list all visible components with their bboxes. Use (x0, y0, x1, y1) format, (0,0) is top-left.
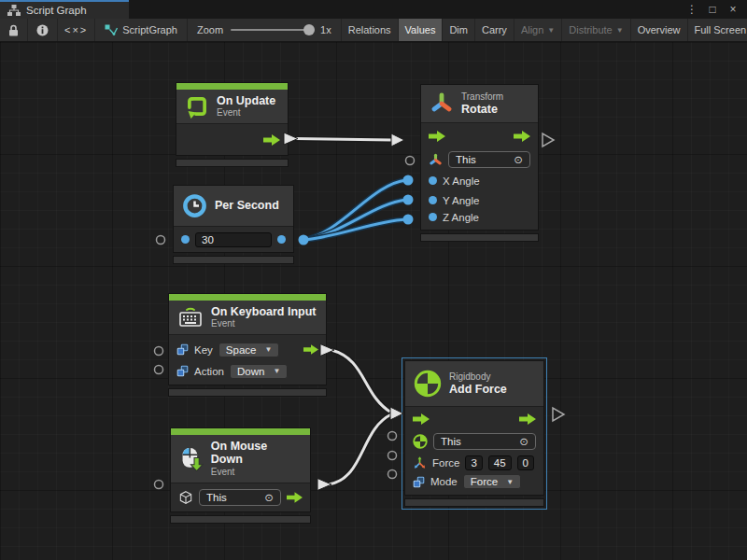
wire-endpoint[interactable] (403, 215, 414, 225)
on-update-loop-icon (185, 94, 209, 119)
node-footer (176, 159, 289, 167)
value-input-port[interactable] (181, 235, 190, 244)
mode-dropdown[interactable]: Force▼ (463, 474, 521, 489)
node-transform-rotate[interactable]: Transform Rotate This (420, 84, 539, 242)
unconnected-port[interactable] (388, 452, 397, 460)
node-on-update[interactable]: On Update Event (176, 82, 289, 167)
node-category: Rigidbody (449, 371, 507, 383)
enum-icon (176, 343, 189, 356)
wire-mouse-to-add-force[interactable] (317, 407, 403, 491)
dim-button[interactable]: Dim (443, 19, 475, 41)
force-z-field[interactable]: 0 (517, 455, 534, 470)
force-x-field[interactable]: 3 (465, 455, 482, 470)
target-object-field[interactable]: This ⊙ (448, 151, 530, 168)
target-picker-icon[interactable]: ⊙ (519, 435, 529, 448)
value-output-port[interactable] (277, 235, 286, 244)
action-dropdown[interactable]: Down▼ (230, 364, 288, 379)
zoom-slider[interactable] (231, 29, 313, 31)
node-title: Add Force (449, 383, 507, 396)
node-on-keyboard-input[interactable]: On Keyboard Input Event Key Space▼ (168, 293, 327, 397)
distribute-dropdown[interactable]: Distribute▼ (562, 19, 630, 41)
wire-endpoint[interactable] (299, 235, 309, 245)
node-subtitle: Event (217, 107, 275, 119)
node-title: On Mouse Down (211, 440, 302, 467)
lock-icon (8, 24, 19, 36)
value-input-port[interactable] (429, 213, 437, 221)
overview-button[interactable]: Overview (631, 19, 688, 41)
key-dropdown[interactable]: Space▼ (218, 343, 280, 357)
graph-name-chip[interactable]: ScriptGraph (95, 19, 188, 41)
force-y-field[interactable]: 45 (488, 455, 512, 470)
rigidbody-icon (413, 434, 428, 449)
key-label: Key (194, 344, 213, 356)
unconnected-flow-port[interactable] (553, 408, 564, 421)
keyboard-icon (177, 305, 204, 329)
zoom-slider-knob[interactable] (303, 24, 315, 35)
wire-endpoint[interactable] (403, 175, 414, 186)
node-footer (404, 498, 544, 507)
target-object-field[interactable]: This ⊙ (433, 433, 536, 450)
node-title: On Keyboard Input (211, 305, 317, 318)
enum-icon (413, 476, 425, 488)
zoom-control: Zoom 1x (188, 19, 342, 41)
tab-script-graph[interactable]: Script Graph (0, 0, 129, 19)
node-category: Transform (461, 91, 503, 103)
action-label: Action (194, 366, 224, 377)
wire-keyboard-to-add-force[interactable] (320, 344, 391, 413)
wire-per-second-to-z-angle[interactable] (303, 219, 406, 240)
flow-output-port[interactable] (303, 344, 318, 355)
per-second-value-field[interactable]: 30 (195, 232, 272, 247)
values-button[interactable]: Values (399, 19, 444, 41)
target-picker-icon[interactable]: ⊙ (264, 491, 274, 504)
port-label: Y Angle (443, 195, 479, 206)
gameobject-cube-icon (178, 490, 193, 505)
close-icon[interactable]: × (725, 2, 741, 17)
wire-per-second-to-x-angle[interactable] (303, 180, 406, 240)
target-picker-icon[interactable]: ⊙ (514, 153, 523, 166)
unconnected-port[interactable] (157, 236, 165, 245)
value-input-port[interactable] (429, 176, 437, 185)
node-per-second[interactable]: Per Second 30 (173, 185, 294, 264)
relations-button[interactable]: Relations (342, 19, 399, 41)
code-view-glyph: <×> (64, 24, 88, 35)
code-view-button[interactable]: <×> (58, 19, 95, 41)
graph-canvas[interactable]: On Update Event (0, 42, 747, 560)
flow-output-port[interactable] (287, 492, 303, 503)
port-label: X Angle (443, 175, 480, 187)
unconnected-port[interactable] (155, 347, 163, 356)
flow-output-port[interactable] (519, 413, 536, 425)
wire-per-second-to-y-angle[interactable] (303, 200, 406, 240)
unconnected-port[interactable] (406, 157, 415, 165)
align-dropdown[interactable]: Align▼ (514, 19, 562, 41)
force-label: Force (432, 457, 459, 469)
unconnected-port[interactable] (388, 432, 397, 441)
info-button[interactable] (28, 19, 58, 41)
flow-input-port[interactable] (429, 131, 445, 142)
wire-endpoint[interactable] (403, 195, 414, 205)
full-screen-button[interactable]: Full Screen (688, 19, 747, 41)
unconnected-port[interactable] (155, 481, 163, 489)
wire-on-update-to-rotate[interactable] (284, 133, 404, 147)
node-title: On Update (217, 94, 275, 107)
flow-output-port[interactable] (263, 134, 280, 146)
unconnected-port[interactable] (155, 366, 163, 374)
node-footer (168, 388, 327, 397)
node-subtitle: Event (211, 318, 317, 329)
kebab-menu-icon[interactable]: ⋮ (684, 2, 700, 17)
flow-input-port[interactable] (413, 413, 430, 425)
value-input-port[interactable] (429, 196, 437, 204)
maximize-icon[interactable]: □ (704, 2, 721, 17)
node-add-force[interactable]: Rigidbody Add Force (404, 360, 544, 507)
flow-output-port[interactable] (514, 131, 530, 142)
node-on-mouse-down[interactable]: On Mouse Down Event This ⊙ (170, 427, 311, 524)
node-footer (173, 256, 294, 264)
unconnected-port[interactable] (388, 470, 397, 479)
script-graph-icon (105, 24, 118, 36)
transform-axes-icon (430, 91, 454, 116)
unconnected-flow-port[interactable] (543, 133, 554, 147)
target-object-field[interactable]: This ⊙ (199, 489, 281, 506)
vector3-icon (413, 455, 427, 469)
lock-button[interactable] (0, 19, 28, 41)
window-controls: ⋮ □ × (684, 0, 747, 19)
carry-button[interactable]: Carry (475, 19, 514, 41)
